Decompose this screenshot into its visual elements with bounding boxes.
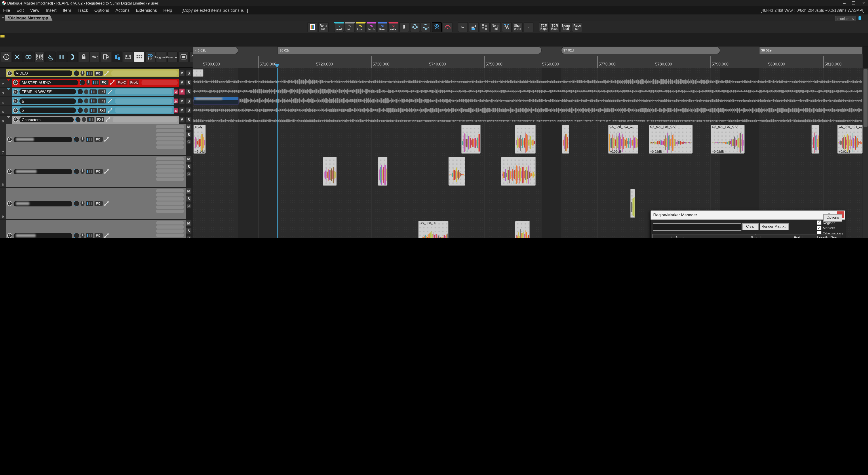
fx-button[interactable]: FX bbox=[98, 89, 106, 94]
track-row-5[interactable]: 5bFX.MMS bbox=[0, 106, 193, 114]
track-io-inset[interactable] bbox=[113, 117, 178, 122]
menu-item-options[interactable]: Options bbox=[91, 8, 113, 13]
fx-button[interactable]: FX bbox=[100, 80, 109, 85]
envelope-points-icon[interactable] bbox=[45, 52, 56, 62]
column-header-length[interactable]: Length bbox=[802, 236, 831, 238]
media-item[interactable] bbox=[323, 157, 337, 186]
envelope-visibility-icon[interactable] bbox=[432, 22, 441, 32]
menu-item-insert[interactable]: Insert bbox=[42, 8, 60, 13]
volume-knob[interactable] bbox=[77, 89, 83, 94]
track-body[interactable]: bFX bbox=[12, 106, 174, 114]
track-row-10[interactable]: 10FXMSØ bbox=[0, 220, 193, 238]
collapse-arrow-icon[interactable] bbox=[7, 88, 10, 90]
solo-button[interactable]: S bbox=[186, 107, 192, 113]
pan-knob[interactable] bbox=[82, 117, 86, 122]
normalize-loudness-button[interactable]: Normloud bbox=[561, 22, 571, 32]
fx-button[interactable]: FX bbox=[96, 117, 104, 122]
region-clear-button[interactable]: Clear bbox=[742, 223, 758, 230]
split-items-icon[interactable]: ✂ bbox=[458, 22, 468, 32]
fx-button[interactable]: FX bbox=[94, 169, 103, 174]
pan-knob[interactable] bbox=[84, 89, 88, 94]
media-item[interactable] bbox=[515, 125, 536, 154]
routing-button[interactable] bbox=[104, 233, 109, 238]
track-body[interactable]: FX bbox=[6, 124, 186, 155]
ripple-edit-icon[interactable] bbox=[442, 22, 452, 32]
record-arm-button[interactable] bbox=[13, 80, 18, 85]
routing-button[interactable] bbox=[104, 201, 109, 206]
menu-item-file[interactable]: File bbox=[0, 8, 13, 13]
record-arm-button[interactable] bbox=[7, 233, 12, 238]
media-item[interactable] bbox=[378, 157, 388, 186]
volume-knob[interactable] bbox=[77, 98, 83, 104]
mute-button[interactable]: M bbox=[186, 220, 192, 226]
routing-a-icon[interactable] bbox=[410, 22, 420, 32]
record-arm-button[interactable] bbox=[13, 117, 18, 122]
record-arm-button[interactable] bbox=[13, 108, 18, 113]
mute-button[interactable]: M bbox=[186, 124, 192, 130]
track-body[interactable]: TEMP IN WWISEFX bbox=[12, 88, 174, 96]
solo-button[interactable]: S bbox=[186, 79, 192, 86]
waveform-threshold-icon[interactable] bbox=[502, 22, 512, 32]
solo-button[interactable]: S bbox=[186, 89, 192, 95]
item-grouping-icon[interactable] bbox=[23, 52, 33, 62]
checkbox-markers[interactable]: ✓Markers bbox=[817, 226, 843, 230]
fx-button[interactable]: FX bbox=[94, 233, 103, 238]
menu-item-view[interactable]: View bbox=[27, 8, 42, 13]
column-header-name[interactable]: Name bbox=[674, 236, 719, 238]
routing-button[interactable] bbox=[108, 108, 113, 113]
routing-button[interactable] bbox=[105, 117, 111, 122]
record-arm-button[interactable] bbox=[13, 89, 18, 94]
pan-knob[interactable] bbox=[84, 99, 88, 103]
collapse-arrow-icon[interactable] bbox=[7, 79, 10, 81]
track-io-inset[interactable] bbox=[115, 89, 172, 94]
mute-button[interactable]: M bbox=[179, 79, 185, 86]
volume-knob[interactable] bbox=[74, 169, 79, 174]
virtual-keyboard-icon[interactable] bbox=[123, 52, 133, 62]
collapse-arrow-icon[interactable] bbox=[7, 116, 10, 118]
region-options-button[interactable]: Options bbox=[823, 214, 842, 222]
mixer-stack-icon[interactable] bbox=[112, 52, 122, 62]
media-item[interactable]: CS_02c_L0... bbox=[418, 221, 448, 238]
mute-button[interactable]: M bbox=[179, 116, 185, 123]
minimize-button[interactable]: – bbox=[843, 1, 846, 5]
solo-button[interactable]: S bbox=[186, 98, 192, 104]
lock-icon[interactable] bbox=[79, 52, 89, 62]
media-item[interactable]: CS_02d_L05_CAZ+0.02dB bbox=[649, 125, 692, 154]
ruler-region-602b[interactable]: « 6 02b bbox=[193, 46, 239, 54]
fx-button[interactable]: FX bbox=[94, 137, 103, 142]
automation-trim-button[interactable]: ∿trim bbox=[345, 22, 355, 32]
media-item[interactable] bbox=[811, 125, 819, 154]
volume-knob[interactable] bbox=[75, 117, 81, 122]
pan-knob[interactable] bbox=[81, 201, 85, 206]
track-row-7[interactable]: 7FXMSØ bbox=[0, 124, 193, 155]
phase-button[interactable]: Ø bbox=[186, 171, 191, 177]
track-row-2[interactable]: 2MASTER AUDIOFXPro-QPro-LMS bbox=[0, 78, 193, 87]
vertical-scrollbar-thumb[interactable] bbox=[863, 69, 867, 127]
snap-magnet-icon[interactable] bbox=[67, 52, 78, 62]
help-button[interactable]: ? bbox=[524, 22, 533, 32]
phase-button[interactable]: Ø bbox=[186, 235, 191, 238]
routing-button[interactable] bbox=[104, 71, 109, 76]
phase-button[interactable]: Ø bbox=[186, 203, 191, 209]
ripple-lines-icon[interactable] bbox=[56, 52, 67, 62]
column-header-ren[interactable]: Ren bbox=[831, 236, 840, 238]
doc-search-icon[interactable] bbox=[101, 52, 111, 62]
solo-button[interactable]: S bbox=[186, 196, 192, 202]
monitor-fx-button[interactable]: monitor FX bbox=[835, 15, 856, 22]
routing-button[interactable] bbox=[108, 89, 113, 94]
media-item[interactable] bbox=[448, 157, 465, 186]
mixer-visibility-icon[interactable] bbox=[145, 52, 155, 62]
menu-item-item[interactable]: Item bbox=[60, 8, 74, 13]
volume-knob[interactable] bbox=[74, 137, 79, 142]
solo-button[interactable]: S bbox=[186, 228, 192, 234]
ruler-region-3602c[interactable]: 36 02c bbox=[277, 46, 541, 54]
automation-read-button[interactable]: ∿read bbox=[334, 22, 344, 32]
fx-plugin-tag[interactable]: Pro-L bbox=[129, 80, 139, 85]
track-row-6[interactable]: 6CharactersFXMS bbox=[0, 115, 193, 124]
track-io-inset[interactable] bbox=[112, 70, 178, 76]
region-filter-input[interactable] bbox=[653, 223, 741, 231]
media-item[interactable]: CS_02e_L04_CAZ+0.02dB bbox=[837, 125, 863, 154]
fx-button[interactable]: FX bbox=[98, 108, 106, 113]
record-arm-button[interactable] bbox=[7, 137, 12, 142]
record-arm-button[interactable] bbox=[7, 169, 12, 174]
